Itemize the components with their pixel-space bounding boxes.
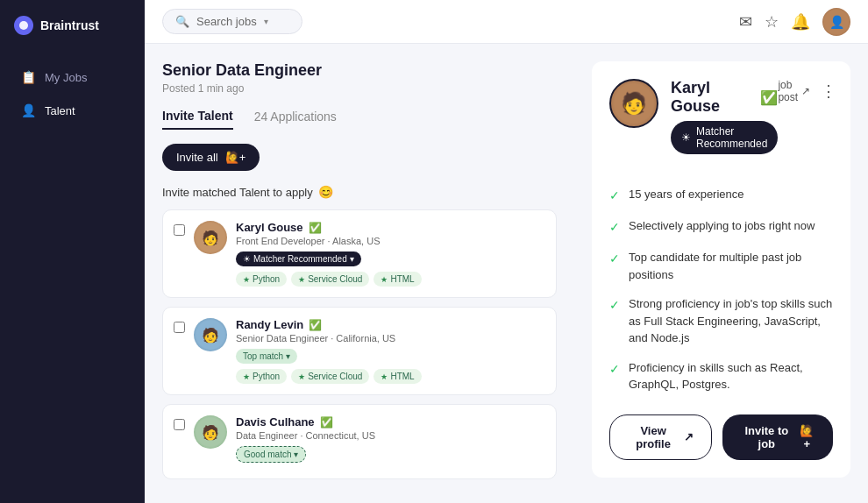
candidate-name-row: Davis Culhane ✅ xyxy=(236,415,545,429)
search-icon: 🔍 xyxy=(175,15,189,28)
sidebar-nav: 📋 My Jobs 👤 Talent xyxy=(0,51,145,137)
skill-tag: ★ Service Cloud xyxy=(291,369,369,384)
avatar[interactable]: 👤 xyxy=(822,8,850,36)
highlight-item: ✓ Strong proficiency in job's top skills… xyxy=(609,295,833,347)
chevron-icon: ▾ xyxy=(286,351,290,361)
action-buttons: View profile ↗ Invite to job 🙋+ xyxy=(609,414,833,460)
candidate-role: Data Engineer · Connecticut, US xyxy=(236,430,545,441)
verified-icon: ✅ xyxy=(320,416,333,429)
skill-tags: ★ Python ★ Service Cloud ★ HTML xyxy=(236,272,545,287)
skill-tag: ★ Python xyxy=(236,369,287,384)
candidate-role: Front End Developer · Alaska, US xyxy=(236,236,545,246)
sun-icon: ☀ xyxy=(681,131,691,144)
skill-tag: ★ Service Cloud xyxy=(291,272,369,287)
talent-icon: 👤 xyxy=(21,103,36,117)
app-logo: Braintrust xyxy=(0,0,145,51)
skill-tag: ★ HTML xyxy=(374,272,421,287)
mail-icon[interactable]: ✉ xyxy=(739,12,752,32)
my-jobs-icon: 📋 xyxy=(21,70,36,84)
main-area: 🔍 Search jobs ▾ ✉ ☆ 🔔 👤 Senior Data Engi… xyxy=(145,0,868,503)
header: 🔍 Search jobs ▾ ✉ ☆ 🔔 👤 xyxy=(145,0,868,44)
sun-icon: ☀ xyxy=(243,254,251,264)
more-options-button[interactable]: ⋮ xyxy=(817,81,840,101)
add-person-icon: 🙋+ xyxy=(225,151,246,164)
candidate-card: 🧑 Karyl Gouse ✅ Front End Developer · Al… xyxy=(162,209,557,298)
add-person-icon: 🙋+ xyxy=(798,424,815,450)
job-posted: Posted 1 min ago xyxy=(162,82,557,95)
matcher-badge: ☀ Matcher Recommended ▾ xyxy=(236,252,361,266)
candidate-info: Karyl Gouse ✅ Front End Developer · Alas… xyxy=(236,221,545,287)
panel-header-actions: job post ↗ ⋮ xyxy=(778,79,840,103)
job-title: Senior Data Engineer xyxy=(162,61,557,80)
candidate-checkbox[interactable] xyxy=(174,322,185,333)
candidate-avatar: 🧑 xyxy=(194,415,227,449)
candidate-checkbox[interactable] xyxy=(174,419,185,430)
sidebar-item-talent[interactable]: 👤 Talent xyxy=(7,95,138,126)
star-icon: ★ xyxy=(243,275,250,284)
sidebar: Braintrust 📋 My Jobs 👤 Talent xyxy=(0,0,145,503)
search-chevron-icon: ▾ xyxy=(264,17,268,26)
profile-matcher-badge: ☀ Matcher Recommended xyxy=(671,121,778,154)
sidebar-item-label: My Jobs xyxy=(45,71,87,84)
check-icon: ✓ xyxy=(609,187,620,205)
external-link-icon: ↗ xyxy=(801,85,810,97)
header-actions: ✉ ☆ 🔔 👤 xyxy=(739,8,850,36)
candidate-name: Randy Levin xyxy=(236,318,303,331)
candidate-name-row: Randy Levin ✅ xyxy=(236,318,545,331)
highlight-item: ✓ 15 years of experience xyxy=(609,186,833,205)
profile-avatar: 🧑 xyxy=(609,79,658,128)
profile-name-row: Karyl Gouse ✅ xyxy=(671,79,778,116)
bell-icon[interactable]: 🔔 xyxy=(791,12,810,32)
logo-icon xyxy=(14,16,33,35)
highlights-list: ✓ 15 years of experience ✓ Selectively a… xyxy=(609,186,833,393)
smiley-icon: 😊 xyxy=(318,185,333,199)
profile-info: Karyl Gouse ✅ ☀ Matcher Recommended xyxy=(671,79,778,154)
highlight-item: ✓ Selectively applying to jobs right now xyxy=(609,217,833,237)
chevron-icon: ▾ xyxy=(350,254,354,264)
candidate-role: Senior Data Engineer · California, US xyxy=(236,333,545,344)
candidate-info: Randy Levin ✅ Senior Data Engineer · Cal… xyxy=(236,318,545,384)
sidebar-item-my-jobs[interactable]: 📋 My Jobs xyxy=(7,61,138,93)
candidate-checkbox[interactable] xyxy=(174,224,185,236)
skill-tag: ★ HTML xyxy=(374,369,421,384)
star-icon: ★ xyxy=(381,372,388,381)
tab-applications[interactable]: 24 Applications xyxy=(254,110,337,129)
svg-point-0 xyxy=(19,21,28,30)
candidate-name: Davis Culhane xyxy=(236,415,315,429)
star-icon[interactable]: ☆ xyxy=(765,12,779,32)
candidate-info: Davis Culhane ✅ Data Engineer · Connecti… xyxy=(236,415,545,468)
content: Senior Data Engineer Posted 1 min ago In… xyxy=(145,44,868,503)
star-icon: ★ xyxy=(298,372,305,381)
invite-all-button[interactable]: Invite all 🙋+ xyxy=(162,144,260,171)
view-profile-button[interactable]: View profile ↗ xyxy=(609,414,712,460)
invite-section-title: Invite matched Talent to apply 😊 xyxy=(162,185,557,199)
search-bar-label: Search jobs xyxy=(196,15,257,28)
job-post-link[interactable]: job post ↗ xyxy=(778,79,810,103)
profile-header: 🧑 Karyl Gouse ✅ ☀ Matcher Recommended xyxy=(609,79,778,154)
chevron-icon: ▾ xyxy=(294,450,298,459)
right-panel: 🧑 Karyl Gouse ✅ ☀ Matcher Recommended xyxy=(574,44,868,503)
badge-row: Top match ▾ xyxy=(236,349,545,364)
candidate-card: 🧑 Randy Levin ✅ Senior Data Engineer · C… xyxy=(162,307,557,395)
star-icon: ★ xyxy=(381,275,388,284)
invite-to-job-button[interactable]: Invite to job 🙋+ xyxy=(722,414,833,460)
candidate-name: Karyl Gouse xyxy=(236,221,303,234)
search-bar[interactable]: 🔍 Search jobs ▾ xyxy=(162,9,302,34)
skill-tag: ★ Python xyxy=(236,272,287,287)
star-icon: ★ xyxy=(243,372,250,381)
badge-row: ☀ Matcher Recommended ▾ xyxy=(236,252,545,266)
app-name: Braintrust xyxy=(40,18,99,32)
verified-icon: ✅ xyxy=(309,222,322,234)
invite-all-label: Invite all xyxy=(176,151,218,164)
job-header: Senior Data Engineer Posted 1 min ago xyxy=(162,61,557,95)
profile-panel: 🧑 Karyl Gouse ✅ ☀ Matcher Recommended xyxy=(592,61,850,478)
tab-invite-talent[interactable]: Invite Talent xyxy=(162,109,233,130)
good-match-badge: Good match ▾ xyxy=(236,446,306,463)
check-icon: ✓ xyxy=(609,250,620,268)
check-icon: ✓ xyxy=(609,360,620,379)
profile-verified-icon: ✅ xyxy=(760,89,778,106)
check-icon: ✓ xyxy=(609,296,620,315)
badge-row: Good match ▾ xyxy=(236,446,545,463)
left-panel: Senior Data Engineer Posted 1 min ago In… xyxy=(145,44,574,503)
top-match-badge: Top match ▾ xyxy=(236,349,297,364)
